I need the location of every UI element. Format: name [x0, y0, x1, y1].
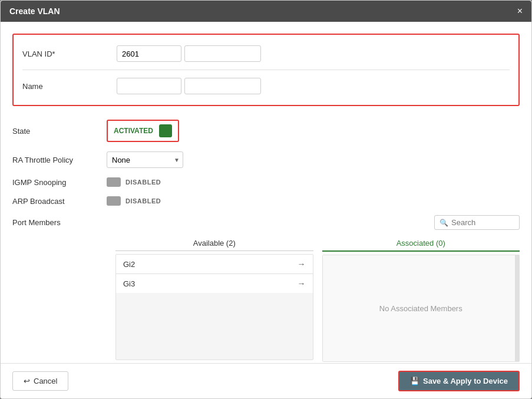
state-text: ACTIVATED — [114, 127, 153, 135]
modal-header: Create VLAN × — [1, 1, 531, 22]
ra-throttle-row: RA Throttle Policy None ▼ — [12, 147, 520, 173]
name-input[interactable] — [117, 78, 181, 94]
list-item[interactable]: Gi2 → — [116, 255, 313, 274]
search-icon: 🔍 — [440, 219, 448, 227]
igmp-toggle-switch[interactable] — [107, 177, 121, 187]
list-item[interactable]: Gi3 → — [116, 274, 313, 293]
cancel-button[interactable]: ↩ Cancel — [12, 371, 68, 391]
port-members-section: Port Members 🔍 Available (2) Gi2 — [12, 210, 520, 363]
save-label: Save & Apply to Device — [423, 377, 508, 385]
scrollbar[interactable] — [515, 255, 520, 362]
modal-title: Create VLAN — [9, 6, 60, 16]
port-name: Gi2 — [123, 260, 135, 269]
vlan-id-input-extra[interactable] — [184, 45, 261, 62]
vlan-id-input[interactable] — [117, 45, 181, 62]
available-header: Available (2) — [115, 239, 313, 251]
modal-body: VLAN ID* Name State ACTIVATED RA Throttl… — [1, 22, 531, 363]
ra-throttle-select[interactable]: None — [107, 151, 183, 168]
close-button[interactable]: × — [517, 6, 523, 16]
arrow-right-icon: → — [298, 279, 306, 288]
modal-footer: ↩ Cancel 💾 Save & Apply to Device — [1, 363, 531, 398]
undo-icon: ↩ — [24, 377, 30, 385]
port-top-bar: 🔍 — [115, 215, 520, 230]
state-label: State — [12, 127, 107, 136]
igmp-state-label: DISABLED — [125, 179, 161, 186]
port-name: Gi3 — [123, 279, 135, 288]
igmp-label: IGMP Snooping — [12, 178, 107, 187]
available-column: Available (2) Gi2 → Gi3 → — [115, 239, 313, 362]
state-badge: ACTIVATED — [107, 120, 179, 142]
search-input[interactable] — [451, 218, 514, 227]
save-apply-button[interactable]: 💾 Save & Apply to Device — [398, 371, 520, 391]
state-toggle[interactable] — [159, 124, 172, 137]
associated-header: Associated (0) — [322, 239, 520, 252]
arp-row: ARP Broadcast DISABLED — [12, 192, 520, 210]
arp-label: ARP Broadcast — [12, 197, 107, 206]
state-row: State ACTIVATED — [12, 115, 520, 147]
cancel-label: Cancel — [34, 377, 57, 385]
vlan-id-row: VLAN ID* — [22, 41, 510, 67]
name-label: Name — [22, 82, 117, 91]
ra-throttle-label: RA Throttle Policy — [12, 156, 107, 164]
port-members-label: Port Members — [12, 215, 107, 227]
arrow-right-icon: → — [298, 259, 306, 269]
port-content: 🔍 Available (2) Gi2 → — [115, 215, 520, 362]
no-members-text: No Associated Members — [323, 255, 520, 361]
vlan-id-label: VLAN ID* — [22, 50, 117, 58]
arp-toggle-switch[interactable] — [107, 196, 121, 206]
available-port-list: Gi2 → Gi3 → — [115, 254, 313, 360]
vlan-id-name-section: VLAN ID* Name — [12, 34, 520, 106]
create-vlan-modal: Create VLAN × VLAN ID* Name State ACTIVA… — [0, 0, 532, 399]
arp-state-label: DISABLED — [125, 197, 161, 205]
igmp-toggle[interactable]: DISABLED — [107, 177, 161, 187]
port-columns: Available (2) Gi2 → Gi3 → — [115, 239, 520, 362]
ra-throttle-select-wrapper: None ▼ — [107, 151, 183, 168]
name-row: Name — [22, 73, 510, 99]
igmp-row: IGMP Snooping DISABLED — [12, 173, 520, 192]
search-box[interactable]: 🔍 — [434, 215, 520, 230]
arp-toggle[interactable]: DISABLED — [107, 196, 161, 206]
associated-list-container: No Associated Members — [322, 255, 520, 362]
name-input-extra[interactable] — [184, 78, 261, 94]
save-icon: 💾 — [410, 377, 419, 385]
associated-column: Associated (0) No Associated Members — [322, 239, 520, 362]
associated-port-list: No Associated Members — [322, 255, 520, 362]
